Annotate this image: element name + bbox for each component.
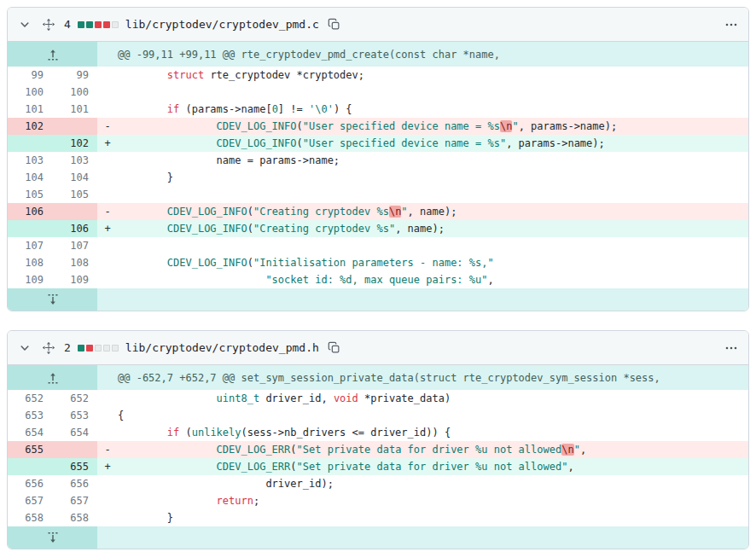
old-line-number[interactable]: 100 <box>8 84 52 101</box>
file-path[interactable]: lib/cryptodev/cryptodev_pmd.h <box>125 341 319 354</box>
diffstat-square-neutral <box>95 345 102 352</box>
new-line-number[interactable]: 102 <box>52 135 97 152</box>
code-line: struct rte_cryptodev *cryptodev; <box>118 67 748 84</box>
old-line-number[interactable]: 108 <box>8 254 52 271</box>
diff-marker <box>97 424 118 441</box>
code-line: return; <box>118 492 748 509</box>
diff-marker <box>97 390 118 407</box>
new-line-number[interactable]: 652 <box>52 390 97 407</box>
diffstat-square-neutral <box>103 345 110 352</box>
diff-row: 655- CDEV_LOG_ERR("Set private data for … <box>8 441 748 458</box>
code-line: CDEV_LOG_INFO("Creating cryptodev %s", n… <box>118 220 748 237</box>
hunk-header: @@ -652,7 +652,7 @@ set_sym_session_priv… <box>97 365 748 390</box>
diffstat-square-removed <box>103 21 110 28</box>
diffstat-square-removed <box>86 345 93 352</box>
old-line-number[interactable] <box>8 220 52 237</box>
code-line: { <box>118 407 748 424</box>
diff-row: 102+ CDEV_LOG_INFO("User specified devic… <box>8 135 748 152</box>
diff-marker: + <box>97 135 118 152</box>
new-line-number[interactable]: 653 <box>52 407 97 424</box>
new-line-number[interactable]: 109 <box>52 271 97 288</box>
file-diff-container: 2 lib/cryptodev/cryptodev_pmd.h @@ -652,… <box>7 330 749 549</box>
old-line-number[interactable]: 654 <box>8 424 52 441</box>
new-line-number[interactable]: 104 <box>52 169 97 186</box>
code-line: CDEV_LOG_ERR("Set private data for drive… <box>118 458 748 475</box>
new-line-number[interactable]: 101 <box>52 101 97 118</box>
new-line-number[interactable]: 107 <box>52 237 97 254</box>
file-diff-container: 4 lib/cryptodev/cryptodev_pmd.c @@ -99,1… <box>7 7 749 311</box>
diffstat <box>78 21 119 28</box>
old-line-number[interactable]: 105 <box>8 186 52 203</box>
diff-marker: - <box>97 441 118 458</box>
old-line-number[interactable]: 652 <box>8 390 52 407</box>
old-line-number[interactable] <box>8 135 52 152</box>
old-line-number[interactable]: 106 <box>8 203 52 220</box>
new-line-number[interactable]: 103 <box>52 152 97 169</box>
copy-path-button[interactable] <box>326 340 342 356</box>
file-header: 2 lib/cryptodev/cryptodev_pmd.h <box>8 331 748 365</box>
code-line: uint8_t driver_id, void *private_data) <box>118 390 748 407</box>
drag-handle-icon[interactable] <box>40 340 57 357</box>
diff-row: 109109 "socket id: %d, max queue pairs: … <box>8 271 748 288</box>
old-line-number[interactable]: 101 <box>8 101 52 118</box>
code-line: } <box>118 169 748 186</box>
old-line-number[interactable]: 656 <box>8 475 52 492</box>
old-line-number[interactable]: 658 <box>8 509 52 526</box>
diff-marker <box>97 67 118 84</box>
new-line-number[interactable]: 657 <box>52 492 97 509</box>
old-line-number[interactable]: 107 <box>8 237 52 254</box>
expand-row <box>8 526 748 549</box>
old-line-number[interactable]: 104 <box>8 169 52 186</box>
new-line-number[interactable]: 100 <box>52 84 97 101</box>
new-line-number[interactable] <box>52 118 97 135</box>
old-line-number[interactable]: 655 <box>8 441 52 458</box>
new-line-number[interactable]: 108 <box>52 254 97 271</box>
diff-row: 654654 if (unlikely(sess->nb_drivers <= … <box>8 424 748 441</box>
old-line-number[interactable]: 102 <box>8 118 52 135</box>
hunk-header: @@ -99,11 +99,11 @@ rte_cryptodev_pmd_cr… <box>97 42 748 67</box>
diffstat-square-added <box>86 21 93 28</box>
file-options-kebab-button[interactable] <box>723 340 740 357</box>
code-line: CDEV_LOG_INFO("Creating cryptodev %s\n",… <box>118 203 748 220</box>
diff-row: 106- CDEV_LOG_INFO("Creating cryptodev %… <box>8 203 748 220</box>
diff-row: 655+ CDEV_LOG_ERR("Set private data for … <box>8 458 748 475</box>
old-line-number[interactable]: 657 <box>8 492 52 509</box>
diff-row: 104104 } <box>8 169 748 186</box>
copy-path-button[interactable] <box>326 16 342 32</box>
diff-row: 658658 } <box>8 509 748 526</box>
expand-up-icon <box>46 48 60 61</box>
diff-marker: + <box>97 458 118 475</box>
diff-row: 108108 CDEV_LOG_INFO("Initialisation par… <box>8 254 748 271</box>
hunk-header-row: @@ -652,7 +652,7 @@ set_sym_session_priv… <box>8 365 748 390</box>
old-line-number[interactable]: 653 <box>8 407 52 424</box>
diff-marker <box>97 186 118 203</box>
code-line: CDEV_LOG_INFO("Initialisation parameters… <box>118 254 748 271</box>
drag-handle-icon[interactable] <box>40 16 57 33</box>
old-line-number[interactable]: 99 <box>8 67 52 84</box>
code-line <box>118 186 748 203</box>
expand-down-button[interactable] <box>8 526 97 549</box>
new-line-number[interactable] <box>52 203 97 220</box>
old-line-number[interactable]: 103 <box>8 152 52 169</box>
expand-up-button[interactable] <box>8 42 97 67</box>
code-line: "socket id: %d, max queue pairs: %u", <box>118 271 748 288</box>
collapse-file-button[interactable] <box>16 340 33 357</box>
new-line-number[interactable]: 99 <box>52 67 97 84</box>
chevron-down-icon <box>18 341 32 355</box>
file-options-kebab-button[interactable] <box>723 16 740 33</box>
old-line-number[interactable]: 109 <box>8 271 52 288</box>
collapse-file-button[interactable] <box>16 16 33 33</box>
new-line-number[interactable] <box>52 441 97 458</box>
kebab-horizontal-icon <box>724 341 738 355</box>
old-line-number[interactable] <box>8 458 52 475</box>
expand-down-button[interactable] <box>8 288 97 311</box>
new-line-number[interactable]: 655 <box>52 458 97 475</box>
new-line-number[interactable]: 658 <box>52 509 97 526</box>
diff-row: 107107 <box>8 237 748 254</box>
new-line-number[interactable]: 654 <box>52 424 97 441</box>
file-path[interactable]: lib/cryptodev/cryptodev_pmd.c <box>125 18 319 31</box>
expand-up-button[interactable] <box>8 365 97 390</box>
new-line-number[interactable]: 105 <box>52 186 97 203</box>
new-line-number[interactable]: 106 <box>52 220 97 237</box>
new-line-number[interactable]: 656 <box>52 475 97 492</box>
